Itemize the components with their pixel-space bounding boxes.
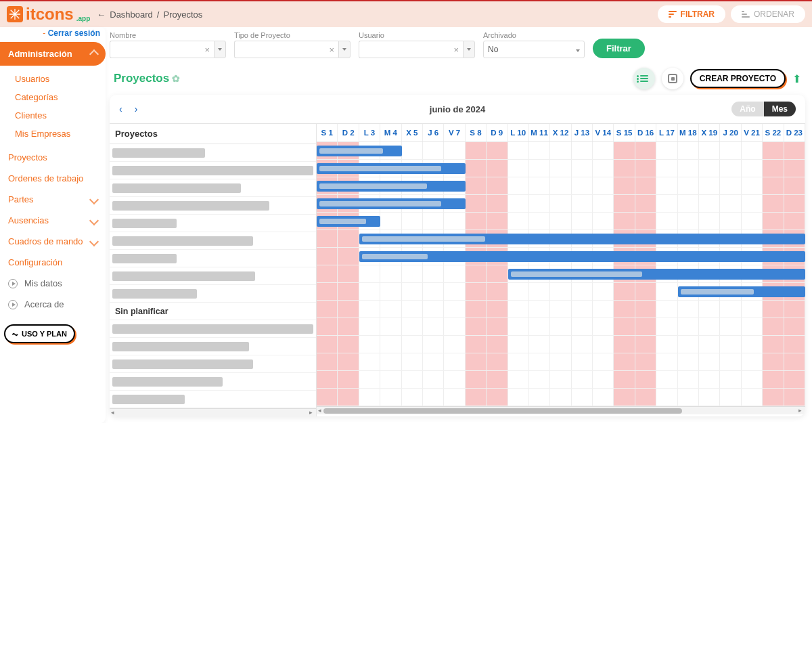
gantt-unplanned-row[interactable]: [110, 338, 316, 355]
gantt-grid-cell: [444, 318, 465, 335]
gantt-grid-cell: [359, 301, 380, 318]
gantt-day-header: V 7: [444, 124, 465, 141]
gantt-unplanned-row[interactable]: [110, 391, 316, 408]
gantt-bar[interactable]: [317, 198, 466, 209]
gantt-unplanned-row[interactable]: [110, 320, 316, 338]
view-year-button[interactable]: Año: [731, 102, 763, 116]
nav-admin-subitem[interactable]: Categorías: [15, 88, 106, 106]
gantt-grid-cell: [656, 353, 677, 370]
gantt-project-row[interactable]: [110, 267, 316, 285]
gantt-unplanned-row[interactable]: [110, 373, 316, 391]
gantt-grid-cell: [593, 160, 614, 177]
gear-icon[interactable]: ✿: [172, 73, 180, 84]
nav-item[interactable]: Ordenes de trabajo: [0, 168, 106, 189]
gantt-grid-cell: [508, 336, 529, 353]
gantt-bar[interactable]: [508, 269, 805, 280]
clear-icon[interactable]: ×: [329, 45, 334, 55]
gantt-card: ‹ › junio de 2024 Año Mes Proyectos Sin …: [110, 95, 805, 416]
nav-item[interactable]: Ausencias: [0, 210, 106, 231]
gantt-grid-cell: [784, 301, 805, 318]
gantt-grid-cell: [678, 177, 699, 194]
gantt-next-button[interactable]: ›: [135, 104, 138, 114]
gantt-grid-cell: [487, 371, 508, 388]
project-name-placeholder: [112, 324, 313, 334]
nav-item[interactable]: Proyectos: [0, 147, 106, 168]
back-arrow-icon[interactable]: ←: [97, 9, 106, 20]
nav-admin-subitem[interactable]: Clientes: [15, 106, 106, 125]
gantt-grid-cell: [508, 213, 529, 230]
nav-item[interactable]: Partes: [0, 189, 106, 210]
nav-footer-item[interactable]: Mis datos: [0, 273, 106, 294]
gantt-bar[interactable]: [317, 146, 402, 156]
nav-item[interactable]: Cuadros de mando: [0, 231, 106, 252]
gantt-project-row[interactable]: [110, 215, 316, 232]
view-month-button[interactable]: Mes: [764, 102, 796, 116]
gantt-project-row[interactable]: [110, 197, 316, 215]
logout-link[interactable]: Cerrar sesión: [48, 28, 100, 38]
nav-item[interactable]: Configuración: [0, 252, 106, 273]
filter-archivado-select[interactable]: No: [483, 41, 585, 58]
calendar-view-button[interactable]: [662, 68, 683, 89]
gantt-grid-cell: [380, 371, 401, 388]
filter-tipo-input[interactable]: ×: [234, 41, 338, 58]
gantt-project-row[interactable]: [110, 179, 316, 197]
gantt-grid-cell: [508, 142, 529, 159]
gantt-grid-cell: [444, 283, 465, 300]
gantt-bar[interactable]: [317, 163, 466, 174]
gantt-unplanned-row[interactable]: [110, 355, 316, 373]
uso-plan-button[interactable]: ⏦ USO Y PLAN: [4, 324, 75, 343]
breadcrumb-dashboard[interactable]: Dashboard: [110, 9, 153, 20]
gantt-grid-cell: [402, 213, 423, 230]
gantt-prev-button[interactable]: ‹: [119, 104, 122, 114]
clear-icon[interactable]: ×: [204, 45, 210, 55]
nav-footer-item[interactable]: Acerca de: [0, 294, 106, 315]
gantt-project-row[interactable]: [110, 162, 316, 179]
gantt-grid-cell: [593, 301, 614, 318]
gantt-grid-cell: [720, 353, 741, 370]
filter-nombre-input[interactable]: ×: [110, 41, 214, 58]
gantt-grid-cell: [380, 318, 401, 335]
dropdown-icon[interactable]: [463, 41, 475, 58]
dropdown-icon[interactable]: [214, 41, 226, 58]
gantt-project-row[interactable]: [110, 144, 316, 162]
gantt-project-row[interactable]: [110, 232, 316, 250]
header-filter-button[interactable]: FILTRAR: [658, 5, 725, 23]
gantt-right-scrollbar[interactable]: ◂▸: [317, 406, 805, 414]
gantt-grid-cell: [742, 195, 763, 212]
filter-usuario-input[interactable]: ×: [359, 41, 463, 58]
gantt-bar[interactable]: [678, 286, 805, 297]
clear-icon[interactable]: ×: [453, 45, 459, 55]
gantt-grid-cell: [380, 353, 401, 370]
gantt-bar[interactable]: [359, 251, 805, 262]
dropdown-icon[interactable]: [338, 41, 351, 58]
gantt-grid-cell: [678, 195, 699, 212]
list-view-button[interactable]: [633, 68, 655, 89]
gantt-grid-cell: [656, 195, 677, 212]
gantt-grid-cell: [338, 389, 359, 406]
gantt-grid-cell: [423, 371, 444, 388]
gantt-grid-cell: [402, 389, 423, 406]
gantt-bar[interactable]: [317, 181, 466, 192]
gantt-grid-cell: [423, 389, 444, 406]
header-sort-button[interactable]: ORDENAR: [731, 5, 805, 23]
filter-archivado-value: No: [488, 45, 576, 54]
nav-admin[interactable]: Administración: [0, 42, 106, 66]
gantt-day-header: X 12: [550, 124, 571, 141]
project-name-placeholder: [112, 219, 177, 228]
create-project-button[interactable]: CREAR PROYECTO: [690, 69, 786, 88]
filter-submit-button[interactable]: Filtrar: [593, 39, 645, 58]
nav-admin-subitem[interactable]: Usuarios: [15, 70, 106, 88]
gantt-day-header: S 15: [614, 124, 635, 141]
gantt-bar[interactable]: [317, 216, 380, 227]
gantt-project-row[interactable]: [110, 250, 316, 267]
gantt-grid-cell: [593, 177, 614, 194]
gantt-left-scrollbar[interactable]: ◂▸: [110, 408, 316, 416]
gantt-grid-cell: [487, 177, 508, 194]
gantt-grid-cell: [487, 389, 508, 406]
gantt-bar[interactable]: [359, 234, 805, 244]
breadcrumb-current[interactable]: Proyectos: [163, 9, 202, 20]
nav-admin-subitem[interactable]: Mis Empresas: [15, 125, 106, 143]
upload-icon[interactable]: ⬆: [792, 72, 801, 85]
gantt-grid-cell: [593, 213, 614, 230]
gantt-project-row[interactable]: [110, 285, 316, 303]
